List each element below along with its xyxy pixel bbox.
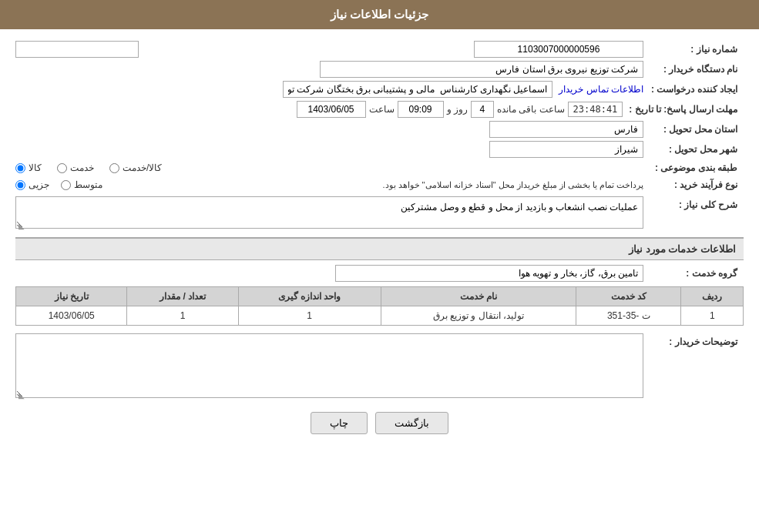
radio-khadamat-input[interactable] [57, 163, 67, 173]
mohlet-value: 23:48:41 ساعت باقی مانده روز و ساعت [15, 101, 623, 118]
bottom-buttons: بازگشت چاپ [15, 412, 744, 434]
jozi-item[interactable]: جزیی [15, 179, 49, 190]
kala-label: کالا [29, 162, 42, 173]
gorohe-input[interactable] [335, 265, 643, 282]
namdastgah-label: نام دستگاه خریدار : [643, 62, 744, 76]
sharh-label: شرح کلی نیاز : [643, 196, 744, 212]
mande-label: ساعت باقی مانده [497, 104, 565, 115]
shahr-row: شهر محل تحویل : [15, 141, 744, 158]
announce-datetime-input[interactable] [15, 41, 139, 58]
noe-farayand-label: نوع فرآیند خرید : [643, 178, 744, 192]
sharh-value: ◣ [15, 196, 643, 231]
radio-kala-khadamat[interactable]: کالا/خدمت [109, 162, 162, 173]
ostan-label: استان محل تحویل : [643, 122, 744, 136]
noe-farayand-value: پرداخت تمام یا بخشی از مبلغ خریداز محل "… [15, 179, 643, 190]
page-header: جزئیات اطلاعات نیاز [0, 0, 759, 29]
shomare-niaz-input[interactable] [474, 41, 643, 58]
sharh-row: شرح کلی نیاز : ◣ [15, 196, 744, 231]
noe-farayand-row: نوع فرآیند خرید : پرداخت تمام یا بخشی از… [15, 178, 744, 192]
col-kod: کد خدمت [576, 287, 681, 306]
namdastgah-row: نام دستگاه خریدار : [15, 61, 744, 78]
jozi-radio[interactable] [15, 180, 25, 190]
content-area: شماره نیاز : نام دستگاه خریدار : ایجاد ک… [0, 29, 759, 453]
cell-tarikh_niaz: 1403/06/05 [16, 306, 127, 326]
shahr-value [15, 141, 643, 158]
shomare-row: شماره نیاز : [15, 41, 744, 58]
ejad-value: اطلاعات تماس خریدار [15, 81, 643, 98]
tawzihat-value: ◣ [15, 333, 643, 400]
gorohe-value [15, 265, 643, 282]
cell-tedad: 1 [127, 306, 238, 326]
col-tedad: تعداد / مقدار [127, 287, 238, 306]
radio-kala-input[interactable] [15, 163, 25, 173]
page-container: جزئیات اطلاعات نیاز شماره نیاز : نام دست… [0, 0, 759, 532]
tawzihat-resize-handle: ◣ [15, 391, 25, 400]
cell-radif: 1 [681, 306, 744, 326]
namdastgah-input[interactable] [320, 61, 643, 78]
sharh-textarea[interactable] [15, 196, 643, 229]
ejad-link[interactable]: اطلاعات تماس خریدار [559, 84, 643, 95]
motavaset-radio[interactable] [61, 180, 71, 190]
tawzihat-label: توضیحات خریدار : [643, 333, 744, 349]
col-vahed: واحد اندازه گیری [238, 287, 381, 306]
tawzihat-textarea[interactable] [15, 333, 643, 398]
tabaqe-label: طبقه بندی موضوعی : [643, 161, 744, 175]
ejad-input[interactable] [283, 81, 552, 98]
roz-label: روز و [447, 104, 468, 115]
gorohe-label: گروه خدمت : [643, 266, 744, 280]
cell-vahed: 1 [238, 306, 381, 326]
tawzihat-row: توضیحات خریدار : ◣ [15, 333, 744, 400]
tarikh-input[interactable] [297, 101, 366, 118]
radio-kala[interactable]: کالا [15, 162, 42, 173]
radio-kala-khadamat-input[interactable] [109, 163, 119, 173]
roz-input[interactable] [471, 101, 494, 118]
motavaset-item[interactable]: متوسط [61, 179, 102, 190]
ejad-label: ایجاد کننده درخواست : [643, 82, 744, 96]
gorohe-row: گروه خدمت : [15, 265, 744, 282]
col-nam: نام خدمت [381, 287, 576, 306]
namdastgah-value [15, 61, 643, 78]
table-header-row: ردیف کد خدمت نام خدمت واحد اندازه گیری ت… [16, 287, 744, 306]
service-table: ردیف کد خدمت نام خدمت واحد اندازه گیری ت… [15, 286, 744, 326]
saat-input[interactable] [398, 101, 444, 118]
table-row: 1ت -35-351تولید، انتقال و توزیع برق11140… [16, 306, 744, 326]
khadamat-label: خدمت [70, 162, 94, 173]
mohlet-label: مهلت ارسال پاسخ: تا تاریخ : [623, 102, 744, 116]
page-title: جزئیات اطلاعات نیاز [331, 8, 428, 21]
cell-kod_khadamat: ت -35-351 [576, 306, 681, 326]
tabaqe-row: طبقه بندی موضوعی : کالا/خدمت خدمت کالا [15, 161, 744, 175]
ostan-value [15, 121, 643, 138]
mande-value: 23:48:41 [568, 102, 623, 117]
print-button[interactable]: چاپ [311, 412, 368, 434]
shomare-niaz-value [330, 41, 644, 58]
kala-khadamat-label: کالا/خدمت [123, 162, 162, 173]
ostan-input[interactable] [489, 121, 643, 138]
ostan-row: استان محل تحویل : [15, 121, 744, 138]
cell-nam_khadamat: تولید، انتقال و توزیع برق [381, 306, 576, 326]
tabaqe-value: کالا/خدمت خدمت کالا [15, 162, 643, 173]
khadamat-section-title: اطلاعات خدمات مورد نیاز [15, 237, 744, 260]
resize-handle: ◣ [15, 222, 25, 231]
jozi-label: جزیی [29, 179, 49, 190]
mohlet-row: مهلت ارسال پاسخ: تا تاریخ : 23:48:41 ساع… [15, 101, 744, 118]
shahr-input[interactable] [489, 141, 643, 158]
shahr-label: شهر محل تحویل : [643, 142, 744, 156]
back-button[interactable]: بازگشت [375, 412, 448, 434]
ejad-row: ایجاد کننده درخواست : اطلاعات تماس خریدا… [15, 81, 744, 98]
radio-khadamat[interactable]: خدمت [57, 162, 94, 173]
motavaset-label: متوسط [74, 179, 102, 190]
farayand-desc: پرداخت تمام یا بخشی از مبلغ خریداز محل "… [114, 180, 643, 190]
col-tarikh: تاریخ نیاز [16, 287, 127, 306]
shomare-niaz-label: شماره نیاز : [643, 42, 744, 56]
saat-label: ساعت [369, 104, 395, 115]
col-radif: ردیف [681, 287, 744, 306]
